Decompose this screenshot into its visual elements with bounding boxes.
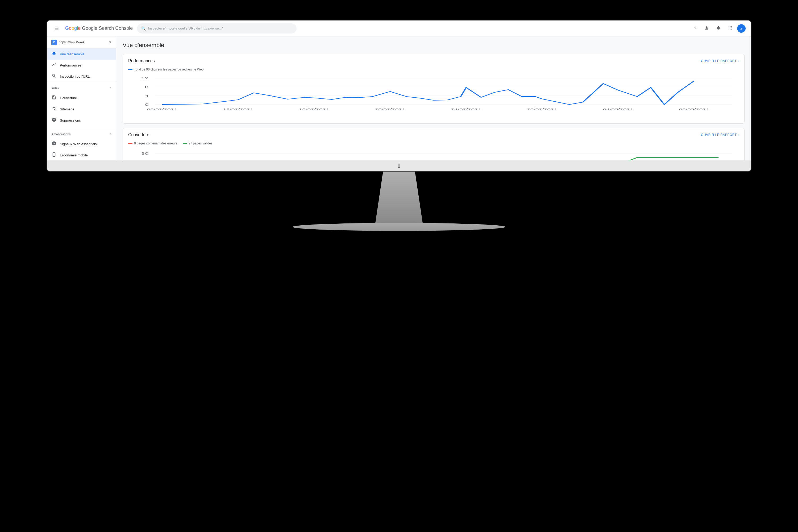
grid-icon	[728, 25, 733, 32]
sidebar-label-vue-ensemble: Vue d'ensemble	[60, 52, 84, 56]
sidebar-label-performances: Performances	[60, 63, 81, 67]
sidebar-label-sitemaps: Sitemaps	[60, 107, 74, 111]
sidebar-item-vue-ensemble[interactable]: Vue d'ensemble	[47, 49, 116, 60]
svg-text:04/03/2021: 04/03/2021	[603, 108, 633, 111]
couverture-card-title: Couverture	[128, 132, 149, 137]
performances-card-header: Performances OUVRIR LE RAPPORT ›	[123, 54, 744, 66]
index-section-chevron: ∧	[109, 87, 112, 90]
sidebar: C https://www.//wwe ▼ Vue d'ensemble Per…	[47, 36, 116, 160]
search-icon-sidebar	[51, 73, 57, 79]
couverture-legend-valid: 27 pages valides	[183, 141, 212, 145]
sidebar-section-header-index[interactable]: Index ∧	[47, 84, 116, 92]
ameliorations-section-chevron: ∧	[109, 132, 112, 136]
ameliorations-section-label: Améliorations	[51, 132, 71, 136]
apps-button[interactable]	[725, 24, 735, 33]
help-button[interactable]: ?	[690, 24, 700, 33]
sidebar-label-couverture: Couverture	[60, 96, 77, 100]
property-url: https://www.//wwe	[59, 40, 107, 44]
coverage-icon	[51, 95, 57, 101]
sidebar-item-signaux-web[interactable]: Signaux Web essentiels	[47, 138, 116, 150]
main-layout: C https://www.//wwe ▼ Vue d'ensemble Per…	[47, 36, 751, 160]
imac-stand-neck	[359, 172, 439, 225]
sidebar-item-sitemaps[interactable]: Sitemaps	[47, 103, 116, 115]
suppress-icon	[51, 117, 57, 123]
svg-text:30: 30	[141, 152, 149, 155]
sidebar-label-inspection-url: Inspection de l'URL	[60, 75, 90, 78]
trend-icon	[51, 62, 57, 68]
property-selector[interactable]: C https://www.//wwe ▼	[47, 36, 116, 49]
performances-legend-text: Total de 96 clics sur les pages de reche…	[134, 68, 204, 71]
index-section-label: Index	[51, 87, 59, 90]
sidebar-label-suppressions: Suppressions	[60, 118, 81, 122]
search-icon: 🔍	[141, 26, 146, 31]
svg-text:4: 4	[145, 94, 148, 97]
sidebar-label-ergonomie: Ergonomie mobile	[60, 153, 88, 157]
url-search-bar[interactable]: 🔍 Inspecter n'importe quelle URL de 'htt…	[137, 23, 297, 34]
imac-chin: 	[47, 160, 751, 171]
svg-text:8: 8	[145, 86, 148, 89]
imac-stand-base	[292, 223, 506, 231]
search-console-text: Google Search Console	[82, 25, 133, 31]
hamburger-icon[interactable]: ☰	[52, 23, 61, 34]
sidebar-label-signaux-web: Signaux Web essentiels	[60, 142, 97, 146]
sidebar-item-performances[interactable]: Performances	[47, 60, 116, 71]
account-button[interactable]	[702, 24, 711, 33]
svg-text:08/03/2021: 08/03/2021	[679, 108, 709, 111]
sidebar-section-index: Index ∧ Couverture Sitemaps	[47, 82, 116, 128]
couverture-legend: 0 pages contenant des erreurs 27 pages v…	[123, 140, 744, 147]
performances-card: Performances OUVRIR LE RAPPORT › Total d…	[122, 54, 744, 124]
page-title: Vue d'ensemble	[122, 42, 744, 49]
performances-report-arrow: ›	[738, 59, 739, 63]
sidebar-section-header-ameliorations[interactable]: Améliorations ∧	[47, 130, 116, 138]
couverture-open-report-button[interactable]: OUVRIR LE RAPPORT ›	[701, 133, 739, 137]
couverture-open-report-label: OUVRIR LE RAPPORT	[701, 133, 737, 137]
apple-logo-icon: 	[398, 162, 400, 169]
couverture-chart-container: 30	[123, 147, 744, 160]
blue-legend-line	[128, 69, 132, 70]
red-legend-line	[128, 143, 132, 144]
browser-content: ☰ Google Google Search Console 🔍 Inspect…	[47, 20, 751, 160]
couverture-card: Couverture OUVRIR LE RAPPORT › 0 pages c…	[122, 128, 744, 160]
property-dropdown-arrow: ▼	[109, 40, 112, 44]
nav-icons-group: ? a	[690, 24, 746, 33]
google-search-console-logo: Google Google Search Console	[65, 25, 133, 31]
sidebar-section-ameliorations: Améliorations ∧ Signaux Web essentiels	[47, 128, 116, 160]
sidebar-item-couverture[interactable]: Couverture	[47, 92, 116, 103]
couverture-legend-errors-text: 0 pages contenant des erreurs	[134, 141, 177, 145]
sitemaps-icon	[51, 106, 57, 112]
sidebar-item-ergonomie[interactable]: Ergonomie mobile	[47, 150, 116, 160]
account-icon	[704, 25, 709, 32]
couverture-card-header: Couverture OUVRIR LE RAPPORT ›	[123, 128, 744, 140]
performances-card-title: Performances	[128, 58, 155, 63]
couverture-legend-valid-text: 27 pages valides	[189, 141, 212, 145]
search-placeholder-text: Inspecter n'importe quelle URL de 'https…	[148, 26, 292, 30]
help-icon: ?	[694, 26, 697, 31]
svg-text:12: 12	[141, 77, 148, 80]
svg-text:08/02/2021: 08/02/2021	[147, 108, 177, 111]
performances-open-report-button[interactable]: OUVRIR LE RAPPORT ›	[701, 59, 739, 63]
main-content: Vue d'ensemble Performances OUVRIR LE RA…	[116, 36, 751, 160]
sidebar-item-inspection-url[interactable]: Inspection de l'URL	[47, 71, 116, 82]
performances-chart: 12 8 4 0 08/02/2021 12/02/2021 16/02/202…	[128, 76, 739, 118]
performances-legend-item: Total de 96 clics sur les pages de reche…	[128, 68, 204, 71]
notifications-button[interactable]	[714, 24, 723, 33]
svg-text:12/02/2021: 12/02/2021	[223, 108, 253, 111]
web-vitals-icon	[51, 141, 57, 147]
performances-chart-container: 12 8 4 0 08/02/2021 12/02/2021 16/02/202…	[123, 73, 744, 124]
home-icon	[51, 51, 57, 57]
svg-text:16/02/2021: 16/02/2021	[299, 108, 329, 111]
svg-text:0: 0	[145, 103, 148, 106]
imac-screen: ☰ Google Google Search Console 🔍 Inspect…	[46, 20, 752, 172]
green-legend-line	[183, 143, 187, 144]
svg-text:28/02/2021: 28/02/2021	[527, 108, 557, 111]
svg-text:24/02/2021: 24/02/2021	[451, 108, 481, 111]
bell-icon	[716, 25, 721, 32]
mobile-icon	[51, 152, 57, 158]
svg-text:20/02/2021: 20/02/2021	[375, 108, 405, 111]
user-avatar[interactable]: a	[737, 24, 746, 33]
couverture-chart: 30	[128, 150, 739, 160]
couverture-legend-errors: 0 pages contenant des erreurs	[128, 141, 177, 145]
sidebar-item-suppressions[interactable]: Suppressions	[47, 115, 116, 126]
top-navigation: ☰ Google Google Search Console 🔍 Inspect…	[47, 20, 751, 36]
performances-open-report-label: OUVRIR LE RAPPORT	[701, 59, 737, 63]
